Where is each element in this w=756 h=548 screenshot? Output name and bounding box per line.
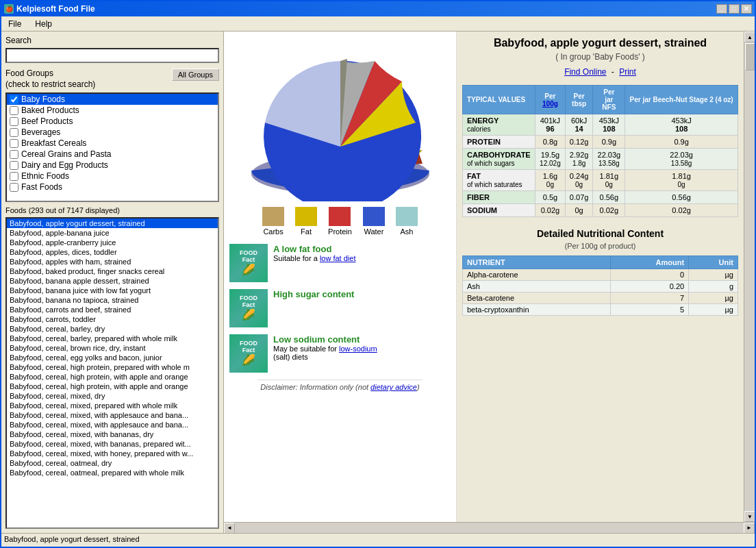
food-item[interactable]: Babyfood, banana no tapioca, strained: [7, 295, 218, 305]
scroll-left-arrow[interactable]: ◄: [224, 523, 235, 534]
right-panel-wrapper: Carbs Fat Protein Water: [224, 32, 755, 533]
food-item[interactable]: Babyfood, baked product, finger snacks c…: [7, 266, 218, 276]
bottom-scrollbar[interactable]: ◄ ►: [224, 522, 755, 533]
group-item-ethnic-foods[interactable]: Ethnic Foods: [7, 171, 218, 182]
per100g-link[interactable]: 100g: [542, 100, 558, 108]
group-checkbox-beef-products[interactable]: [10, 117, 18, 126]
group-item-breakfast-cereals[interactable]: Breakfast Cereals: [7, 138, 218, 149]
group-item-baby-foods[interactable]: Baby Foods: [7, 94, 218, 105]
food-item[interactable]: Babyfood, cereal, mixed, with bananas, d…: [7, 429, 218, 439]
fat-swatch: [295, 207, 317, 226]
food-item[interactable]: Babyfood, cereal, brown rice, dry, insta…: [7, 343, 218, 353]
col-header-perjarnfs: PerjarNFS: [593, 86, 625, 114]
food-groups-header: Food Groups (check to restrict search) A…: [5, 68, 219, 90]
food-item[interactable]: Babyfood, cereal, mixed, with bananas, p…: [7, 439, 218, 449]
search-label: Search: [5, 36, 219, 45]
scroll-track[interactable]: [744, 42, 755, 511]
pie-chart-container: [238, 37, 443, 201]
nutrition-row-fiber: FIBER 0.5g 0.07g 0.56g 0.56g: [463, 191, 738, 204]
main-container: Search Food Groups (check to restrict se…: [1, 32, 755, 533]
group-checkbox-breakfast-cereals[interactable]: [10, 139, 18, 148]
left-panel: Search Food Groups (check to restrict se…: [1, 32, 224, 533]
dietary-advice-link[interactable]: dietary advice: [370, 383, 417, 391]
search-input[interactable]: [5, 48, 219, 63]
food-item[interactable]: Babyfood, carrots and beef, strained: [7, 305, 218, 314]
scroll-right-arrow[interactable]: ►: [744, 523, 755, 534]
all-groups-button[interactable]: All Groups: [172, 68, 219, 81]
food-item[interactable]: Babyfood, cereal, egg yolks and bacon, j…: [7, 353, 218, 362]
right-scrollbar[interactable]: ▲ ▼: [744, 32, 755, 522]
detail-row: beta-cryptoxanthin 5 µg: [463, 304, 738, 316]
food-item[interactable]: Babyfood, cereal, high protein, prepared…: [7, 362, 218, 372]
food-item[interactable]: Babyfood, cereal, mixed, with applesauce…: [7, 420, 218, 429]
detail-row: Alpha-carotene 0 µg: [463, 269, 738, 281]
group-checkbox-cereal-grains[interactable]: [10, 150, 18, 159]
maximize-button[interactable]: □: [729, 4, 740, 14]
food-item[interactable]: Babyfood, cereal, oatmeal, dry: [7, 458, 218, 468]
food-item[interactable]: Babyfood, cereal, oatmeal, prepared with…: [7, 468, 218, 477]
nutrition-row-sodium: SODIUM 0.02g 0g 0.02g 0.02g: [463, 204, 738, 217]
food-fact-text-1: A low fat food Suitable for a low fat di…: [273, 244, 451, 282]
group-item-beef-products[interactable]: Beef Products: [7, 116, 218, 127]
group-checkbox-baked-products[interactable]: [10, 106, 18, 115]
group-item-dairy-egg[interactable]: Dairy and Egg Products: [7, 160, 218, 171]
food-item[interactable]: Babyfood, cereal, high protein, with app…: [7, 382, 218, 391]
nutrition-table: TYPICAL VALUES Per100g Pertbsp PerjarNFS…: [462, 85, 738, 217]
food-item[interactable]: Babyfood, cereal, high protein, with app…: [7, 372, 218, 382]
right-top: Carbs Fat Protein Water: [224, 32, 755, 522]
title-bar: 🍎 Kelpiesoft Food File _ □ ✕: [1, 1, 755, 16]
group-checkbox-beverages[interactable]: [10, 128, 18, 137]
food-item[interactable]: Babyfood, apples, dices, toddler: [7, 247, 218, 257]
group-item-fast-foods[interactable]: Fast Foods: [7, 182, 218, 192]
group-checkbox-ethnic-foods[interactable]: [10, 172, 18, 181]
detail-col-unit: Unit: [689, 256, 738, 269]
scroll-thumb[interactable]: [745, 43, 755, 71]
food-item[interactable]: Babyfood, cereal, mixed, with honey, pre…: [7, 449, 218, 458]
group-item-cereal-grains[interactable]: Cereal Grains and Pasta: [7, 149, 218, 160]
food-item[interactable]: Babyfood, apple-cranberry juice: [7, 238, 218, 247]
col-header-per100g: Per100g: [536, 86, 566, 114]
legend-water: Water: [363, 207, 385, 236]
find-online-link[interactable]: Find Online: [564, 67, 606, 77]
menu-help[interactable]: Help: [31, 18, 56, 30]
group-item-beverages[interactable]: Beverages: [7, 127, 218, 138]
low-fat-diet-link[interactable]: low fat diet: [320, 254, 356, 262]
detail-row: Ash 0.20 g: [463, 281, 738, 292]
nutrition-panel: Babyfood, apple yogurt dessert, strained…: [457, 32, 744, 522]
detailed-title: Detailed Nutritional Content: [462, 228, 738, 239]
group-checkbox-fast-foods[interactable]: [10, 183, 18, 192]
group-checkbox-baby-foods[interactable]: [10, 95, 18, 104]
foods-list[interactable]: Babyfood, apple yogurt dessert, strained…: [5, 217, 219, 529]
app-icon: 🍎: [4, 4, 14, 14]
low-sodium-link[interactable]: low-sodium: [339, 345, 377, 353]
scroll-up-arrow[interactable]: ▲: [744, 32, 755, 42]
foods-count: Foods (293 out of 7147 displayed): [5, 206, 219, 214]
food-group-subtitle: ( In group 'Baby Foods' ): [462, 52, 738, 62]
close-button[interactable]: ✕: [741, 4, 752, 14]
pie-chart: [238, 37, 443, 201]
group-item-baked-products[interactable]: Baked Products: [7, 105, 218, 116]
food-item[interactable]: Babyfood, cereal, mixed, prepared with w…: [7, 401, 218, 410]
food-title: Babyfood, apple yogurt dessert, strained: [462, 37, 738, 49]
food-item[interactable]: Babyfood, cereal, barley, prepared with …: [7, 334, 218, 343]
legend-protein: Protein: [328, 207, 352, 236]
group-checkbox-dairy-egg[interactable]: [10, 161, 18, 170]
food-item[interactable]: Babyfood, apples with ham, strained: [7, 257, 218, 266]
food-item[interactable]: Babyfood, banana juice with low fat yogu…: [7, 286, 218, 295]
menu-file[interactable]: File: [4, 18, 25, 30]
print-link[interactable]: Print: [619, 67, 636, 77]
food-item[interactable]: Babyfood, cereal, mixed, with applesauce…: [7, 410, 218, 420]
detail-table: NUTRIENT Amount Unit Alpha-carotene 0 µg: [462, 256, 738, 316]
minimize-button[interactable]: _: [716, 4, 727, 14]
scroll-down-arrow[interactable]: ▼: [744, 511, 755, 522]
food-item[interactable]: Babyfood, banana apple dessert, strained: [7, 276, 218, 286]
window-title: Kelpiesoft Food File: [16, 4, 95, 14]
food-item[interactable]: Babyfood, cereal, mixed, dry: [7, 391, 218, 401]
disclaimer: Disclaimer: Information only (not dietar…: [257, 379, 422, 394]
food-item[interactable]: Babyfood, apple-banana juice: [7, 228, 218, 238]
food-item[interactable]: Babyfood, cereal, barley, dry: [7, 324, 218, 334]
food-fact-icon-3: FOODFact 🌽: [229, 334, 268, 373]
h-scroll-track[interactable]: [235, 523, 744, 533]
food-item[interactable]: Babyfood, carrots, toddler: [7, 314, 218, 324]
food-item-selected[interactable]: Babyfood, apple yogurt dessert, strained: [7, 219, 218, 228]
